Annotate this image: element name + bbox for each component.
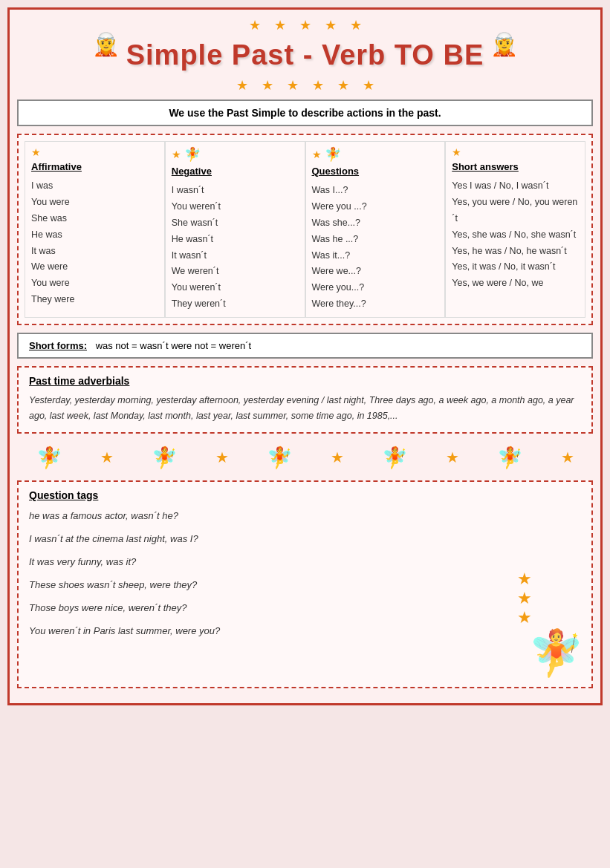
star-5: ★ (350, 17, 362, 33)
fairy-deco-5: 🧚 (497, 446, 523, 470)
questions-list: Was I...? Were you ...? Was she...? Was … (312, 183, 439, 313)
list-item: He was (31, 227, 158, 244)
q-star: ★ (312, 149, 322, 160)
bottom-star-3: ★ (287, 77, 299, 94)
div-star-3: ★ (331, 448, 344, 466)
list-item: You weren´t (172, 199, 299, 215)
list-item: Were you...? (312, 280, 439, 296)
intro-box: We use the Past Simple to describe actio… (17, 99, 593, 126)
list-item: Was she...? (312, 215, 439, 232)
sa-star: ★ (452, 146, 461, 158)
short-answers-stars: ★ (452, 146, 579, 158)
qt-item-5: Those boys were nice, weren´t they? (29, 602, 581, 613)
list-item: Was I...? (312, 183, 439, 199)
page-wrapper: 🧝 ★ ★ ★ ★ ★ Simple Past - Verb TO BE 🧝 ★… (7, 7, 603, 705)
list-item: Was he ...? (312, 232, 439, 248)
grammar-grid: ★ Affirmative I was You were She was He … (25, 141, 585, 318)
star-1: ★ (249, 17, 261, 33)
affirmative-col: ★ Affirmative I was You were She was He … (25, 141, 165, 318)
page-title: Simple Past - Verb TO BE (126, 39, 484, 71)
star-2: ★ (274, 17, 286, 33)
fairy-deco-1: 🧚 (36, 446, 62, 470)
question-tags-title: Question tags (29, 489, 581, 501)
negative-col: ★ 🧚 Negative I wasn´t You weren´t She wa… (165, 141, 305, 318)
fairy-deco-3: 🧚 (267, 446, 293, 470)
question-tags-box: Question tags he was a famous actor, was… (17, 480, 593, 688)
affirmative-header: Affirmative (31, 161, 158, 172)
list-item: It was (31, 244, 158, 260)
questions-stars: ★ 🧚 (312, 146, 439, 163)
short-answers-header: Short answers (452, 161, 579, 172)
bottom-star-5: ★ (337, 77, 349, 94)
div-star-4: ★ (446, 448, 459, 466)
bottom-star-6: ★ (363, 77, 374, 94)
affirmative-list: I was You were She was He was It was We … (31, 178, 158, 308)
list-item: Were you ...? (312, 199, 439, 215)
short-forms-label: Short forms: (29, 340, 87, 351)
list-item: Yes, he was / No, he wasn´t (452, 244, 579, 260)
qt-item-3: It was very funny, was it? (29, 556, 581, 567)
list-item: You were (31, 195, 158, 211)
list-item: Was it...? (312, 248, 439, 264)
fairy-deco-2: 🧚 (152, 446, 178, 470)
adverbials-box: Past time adverbials Yesterday, yesterda… (17, 366, 593, 434)
elf-left-decoration: 🧝 (85, 24, 126, 65)
questions-header: Questions (312, 166, 439, 177)
short-forms-text: was not = wasn´t were not = weren´t (96, 340, 252, 351)
deco-star-2: ★ (517, 589, 532, 608)
qt-item-4: These shoes wasn´t sheep, were they? (29, 579, 581, 590)
adverbials-title: Past time adverbials (29, 375, 581, 387)
list-item: They were (31, 292, 158, 308)
adverbials-text: Yesterday, yesterday morning, yesterday … (29, 393, 581, 425)
div-star-2: ★ (215, 448, 229, 466)
list-item: Yes, it was / No, it wasn´t (452, 259, 579, 275)
fairy-q: 🧚 (325, 146, 341, 163)
list-item: Yes I was / No, I wasn´t (452, 178, 579, 195)
list-item: We were (31, 259, 158, 275)
qt-item-1: he was a famous actor, wasn´t he? (29, 510, 581, 521)
list-item: We weren´t (172, 264, 299, 280)
negative-list: I wasn´t You weren´t She wasn´t He wasn´… (172, 183, 299, 313)
short-forms-box: Short forms: was not = wasn´t were not =… (17, 333, 593, 359)
fairy-neg: 🧚 (184, 146, 201, 163)
list-item: Yes, you were / No, you weren´t (452, 195, 579, 227)
list-item: I wasn´t (172, 183, 299, 199)
bottom-star-2: ★ (262, 77, 273, 94)
div-star-5: ★ (561, 448, 574, 466)
qt-item-2: I wasn´t at the cinema last night, was I… (29, 533, 581, 544)
list-item: You weren´t (172, 280, 299, 296)
aff-star: ★ (31, 146, 41, 158)
div-star-1: ★ (100, 448, 114, 466)
negative-header: Negative (172, 166, 299, 177)
list-item: She was (31, 211, 158, 227)
neg-star: ★ (172, 149, 181, 160)
title-section: 🧝 ★ ★ ★ ★ ★ Simple Past - Verb TO BE 🧝 (17, 17, 593, 71)
list-item: They weren´t (172, 296, 299, 313)
list-item: Were we...? (312, 264, 439, 280)
stars-decoration: ★ ★ ★ (517, 570, 532, 627)
qt-item-6: You weren´t in Paris last summer, were y… (29, 625, 581, 636)
list-item: I was (31, 178, 158, 195)
deco-star-3: ★ (517, 608, 532, 627)
list-item: He wasn´t (172, 232, 299, 248)
questions-col: ★ 🧚 Questions Was I...? Were you ...? Wa… (305, 141, 446, 318)
list-item: Yes, we were / No, we (452, 275, 579, 292)
fairy-bottom-right: 🧚 (528, 627, 584, 679)
list-item: She wasn´t (172, 215, 299, 232)
list-item: Were they...? (312, 296, 439, 313)
star-3: ★ (299, 17, 311, 33)
elf-right-decoration: 🧝 (484, 24, 525, 65)
list-item: You were (31, 275, 158, 292)
affirmative-stars: ★ (31, 146, 158, 158)
fairy-deco-4: 🧚 (382, 446, 408, 470)
short-answers-list: Yes I was / No, I wasn´t Yes, you were /… (452, 178, 579, 292)
short-answers-col: ★ Short answers Yes I was / No, I wasn´t… (445, 141, 585, 318)
bottom-star-1: ★ (236, 77, 248, 94)
negative-stars: ★ 🧚 (172, 146, 299, 163)
list-item: It wasn´t (172, 248, 299, 264)
title-stars: ★ ★ ★ ★ ★ (126, 17, 484, 33)
star-4: ★ (325, 17, 337, 33)
title-bottom-stars: ★ ★ ★ ★ ★ ★ (17, 77, 593, 94)
intro-text: We use the Past Simple to describe actio… (169, 107, 441, 119)
bottom-star-4: ★ (312, 77, 324, 94)
